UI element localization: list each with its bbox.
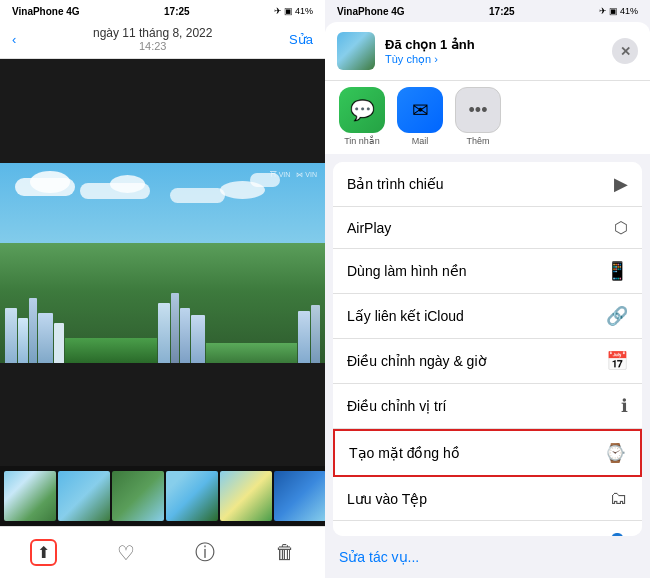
main-photo-area: ⛩ VIN ⋈ VIN [0, 59, 325, 466]
photo-date: ngày 11 tháng 8, 2022 [93, 26, 212, 40]
thumb-5[interactable] [220, 471, 272, 521]
menu-item-adjust-loc[interactable]: Điều chỉnh vị trí ℹ [333, 384, 642, 429]
building3 [29, 298, 37, 363]
building6 [158, 303, 170, 363]
right-status-bar: VinaPhone 4G 17:25 ✈ ▣ 41% [325, 0, 650, 22]
mail-label: Mail [412, 136, 429, 146]
building1 [5, 308, 17, 363]
menu-item-contact[interactable]: Đặt cho liên hệ 👤 [333, 521, 642, 536]
left-time: 17:25 [164, 6, 190, 17]
share-sheet-info: Đã chọn 1 ảnh Tùy chọn [385, 37, 602, 66]
watermark-logo2: ⋈ VIN [296, 171, 317, 179]
building11 [311, 305, 320, 363]
left-panel: VinaPhone 4G 17:25 ✈ ▣ 41% ‹ ngày 11 thá… [0, 0, 325, 578]
calendar-icon: 📅 [606, 350, 628, 372]
info-button[interactable]: ⓘ [195, 539, 215, 566]
menu-label-adjust-date: Điều chỉnh ngày & giờ [347, 353, 487, 369]
contact-icon: 👤 [606, 532, 628, 536]
thumb-2[interactable] [58, 471, 110, 521]
building9 [191, 315, 205, 363]
cloud2 [30, 171, 70, 193]
left-status-bar: VinaPhone 4G 17:25 ✈ ▣ 41% [0, 0, 325, 22]
building10 [298, 311, 310, 363]
airplay-icon: ⬡ [614, 218, 628, 237]
menu-label-airplay: AirPlay [347, 220, 391, 236]
building7 [171, 293, 179, 363]
menu-item-slideshow[interactable]: Bản trình chiếu ▶ [333, 162, 642, 207]
park-area [65, 338, 157, 363]
main-photo: ⛩ VIN ⋈ VIN [0, 163, 325, 363]
building4 [38, 313, 53, 363]
trash-button[interactable]: 🗑 [275, 541, 295, 564]
right-battery: 41% [620, 6, 638, 16]
share-sheet-title: Đã chọn 1 ảnh [385, 37, 602, 52]
menu-item-airplay[interactable]: AirPlay ⬡ [333, 207, 642, 249]
share-icon: ⬆ [37, 544, 50, 561]
icloud-icon: 🔗 [606, 305, 628, 327]
wallpaper-icon: 📱 [606, 260, 628, 282]
bottom-toolbar: ⬆ ♡ ⓘ 🗑 [0, 526, 325, 578]
slideshow-icon: ▶ [614, 173, 628, 195]
signal-icon: ▣ [284, 6, 293, 16]
watermark-logo1: ⛩ VIN [270, 171, 291, 179]
right-location-icon: ✈ [599, 6, 607, 16]
menu-label-slideshow: Bản trình chiếu [347, 176, 444, 192]
messages-label: Tin nhắn [344, 136, 380, 146]
thumb-4[interactable] [166, 471, 218, 521]
photo-time: 14:23 [93, 40, 212, 52]
share-sheet-thumbnail [337, 32, 375, 70]
wifi-icon: 41% [295, 6, 313, 16]
share-close-button[interactable]: ✕ [612, 38, 638, 64]
heart-icon: ♡ [117, 542, 135, 564]
mail-app-icon: ✉ [397, 87, 443, 133]
menu-label-watch-face: Tạo mặt đồng hồ [349, 445, 460, 461]
menu-item-adjust-date[interactable]: Điều chỉnh ngày & giờ 📅 [333, 339, 642, 384]
menu-item-wallpaper[interactable]: Dùng làm hình nền 📱 [333, 249, 642, 294]
close-icon: ✕ [620, 44, 631, 59]
photo-date-info: ngày 11 tháng 8, 2022 14:23 [93, 26, 212, 52]
right-status-icons: ✈ ▣ 41% [599, 6, 638, 16]
trash-icon: 🗑 [275, 541, 295, 563]
watch-icon: ⌚ [604, 442, 626, 464]
info-icon: ⓘ [195, 541, 215, 563]
heart-button[interactable]: ♡ [117, 541, 135, 565]
menu-label-wallpaper: Dùng làm hình nền [347, 263, 467, 279]
back-chevron-icon: ‹ [12, 32, 16, 47]
edit-button[interactable]: Sửa [289, 32, 313, 47]
building5 [54, 323, 64, 363]
edit-actions-area: Sửa tác vụ... [325, 536, 650, 578]
edit-actions-button[interactable]: Sửa tác vụ... [339, 549, 419, 565]
right-time: 17:25 [489, 6, 515, 17]
back-button[interactable]: ‹ [12, 32, 16, 47]
share-sheet-subtitle[interactable]: Tùy chọn [385, 53, 602, 66]
menu-label-icloud: Lấy liên kết iCloud [347, 308, 464, 324]
folder-icon: 🗂 [610, 488, 628, 509]
mail-icon: ✉ [412, 98, 429, 122]
more-icon: ••• [469, 100, 488, 121]
left-nav-bar: ‹ ngày 11 tháng 8, 2022 14:23 Sửa [0, 22, 325, 59]
right-carrier: VinaPhone 4G [337, 6, 405, 17]
thumb-6[interactable] [274, 471, 325, 521]
menu-item-save-files[interactable]: Lưu vào Tệp 🗂 [333, 477, 642, 521]
left-status-icons: ✈ ▣ 41% [274, 6, 313, 16]
more-label: Thêm [466, 136, 489, 146]
right-signal-icon: ▣ [609, 6, 618, 16]
photo-watermark: ⛩ VIN ⋈ VIN [270, 171, 317, 179]
menu-item-watch-face[interactable]: Tạo mặt đồng hồ ⌚ [333, 429, 642, 477]
share-app-mail[interactable]: ✉ Mail [397, 87, 443, 146]
menu-item-icloud[interactable]: Lấy liên kết iCloud 🔗 [333, 294, 642, 339]
thumbnail-strip[interactable] [0, 466, 325, 526]
thumb-1[interactable] [4, 471, 56, 521]
location-icon: ✈ [274, 6, 282, 16]
menu-label-contact: Đặt cho liên hệ [347, 535, 443, 536]
share-sheet-header: Đã chọn 1 ảnh Tùy chọn ✕ [325, 22, 650, 81]
city-area [0, 243, 325, 363]
menu-list: Bản trình chiếu ▶ AirPlay ⬡ Dùng làm hìn… [333, 162, 642, 536]
messages-app-icon: 💬 [339, 87, 385, 133]
share-app-more[interactable]: ••• Thêm [455, 87, 501, 146]
share-button[interactable]: ⬆ [30, 539, 57, 566]
share-app-icons-row: 💬 Tin nhắn ✉ Mail ••• Thêm [325, 81, 650, 162]
thumb-3[interactable] [112, 471, 164, 521]
share-app-messages[interactable]: 💬 Tin nhắn [339, 87, 385, 146]
left-carrier: VinaPhone 4G [12, 6, 80, 17]
